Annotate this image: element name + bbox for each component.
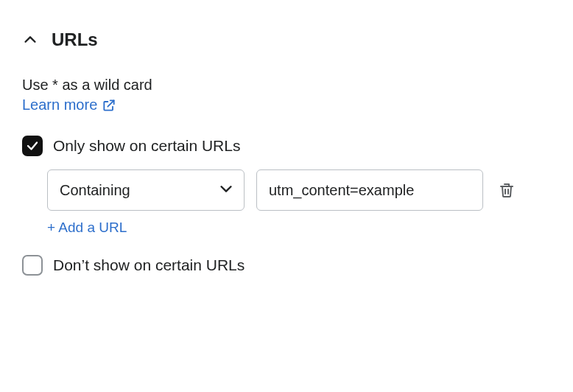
section-header[interactable]: URLs [22, 29, 551, 50]
only-show-checkbox[interactable] [22, 136, 43, 156]
section-title: URLs [52, 29, 98, 50]
dont-show-checkbox[interactable] [22, 255, 43, 276]
only-show-label: Only show on certain URLs [53, 137, 240, 155]
add-url-link[interactable]: + Add a URL [47, 220, 127, 236]
trash-icon [498, 181, 516, 199]
condition-select-value: Containing [60, 182, 130, 199]
learn-more-link[interactable]: Learn more [22, 97, 116, 113]
learn-more-label: Learn more [22, 97, 97, 113]
url-value-input[interactable] [256, 169, 483, 211]
chevron-up-icon [22, 32, 38, 48]
only-show-row: Only show on certain URLs [22, 136, 551, 156]
dont-show-label: Don’t show on certain URLs [53, 256, 245, 274]
condition-select[interactable]: Containing [47, 169, 245, 211]
only-show-block: Only show on certain URLs Containing [22, 136, 551, 236]
url-rule-row: Containing [47, 169, 551, 211]
dont-show-row: Don’t show on certain URLs [22, 255, 551, 276]
delete-rule-button[interactable] [495, 178, 518, 202]
external-link-icon [102, 98, 116, 113]
dont-show-block: Don’t show on certain URLs [22, 255, 551, 276]
condition-select-wrap: Containing [47, 169, 245, 211]
wildcard-hint: Use * as a wild card [22, 77, 551, 94]
